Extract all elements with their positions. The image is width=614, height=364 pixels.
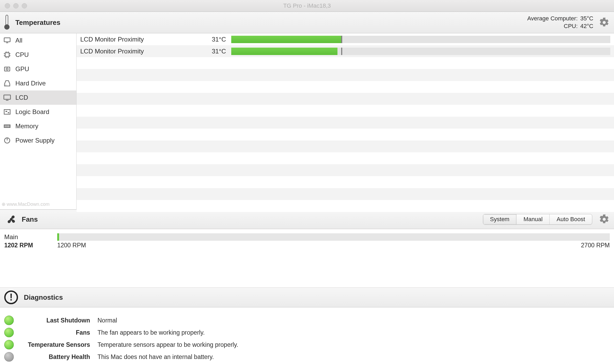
sidebar-item-cpu[interactable]: CPU <box>0 48 76 62</box>
sidebar-item-lcd[interactable]: LCD <box>0 90 76 105</box>
fan-mode-manual[interactable]: Manual <box>517 214 550 224</box>
avg-cpu-label: CPU: <box>564 22 578 30</box>
sidebar-item-power-supply[interactable]: Power Supply <box>0 133 76 148</box>
fan-mode-auto-boost[interactable]: Auto Boost <box>550 214 592 224</box>
gear-icon <box>599 214 609 225</box>
power-icon <box>3 136 12 144</box>
sidebar-item-label: LCD <box>15 94 28 101</box>
svg-rect-0 <box>4 38 10 42</box>
sensor-list: LCD Monitor Proximity 31°C LCD Monitor P… <box>77 33 614 209</box>
category-sidebar: All CPU GPU Hard Drive LCD Logic Board M… <box>0 33 77 209</box>
lcd-icon <box>3 94 12 102</box>
fans-settings-button[interactable] <box>599 214 610 225</box>
svg-point-4 <box>6 68 8 70</box>
svg-rect-1 <box>6 43 8 43</box>
diagnostic-value: Normal <box>97 317 117 324</box>
empty-row <box>77 188 614 200</box>
sidebar-item-label: CPU <box>15 51 29 58</box>
fan-icon <box>4 212 18 226</box>
sensor-row: LCD Monitor Proximity 31°C <box>77 45 614 57</box>
sidebar-item-all[interactable]: All <box>0 33 76 48</box>
diagnostic-value: The fan appears to be working properly. <box>97 329 205 336</box>
temperatures-settings-button[interactable] <box>599 17 610 28</box>
empty-row <box>77 164 614 176</box>
svg-rect-3 <box>5 67 10 71</box>
sensor-bar <box>231 48 610 55</box>
svg-point-5 <box>6 85 6 85</box>
diagnostic-label: Battery Health <box>23 353 90 361</box>
minimize-window-button[interactable] <box>13 3 19 8</box>
close-window-button[interactable] <box>5 3 10 8</box>
temperatures-header: Temperatures Average Computer: 35°C CPU:… <box>0 12 614 33</box>
titlebar: TG Pro - iMac18,3 <box>0 0 614 12</box>
diagnostic-row: Battery Health This Mac does not have an… <box>4 351 610 363</box>
watermark-icon: ⊕ <box>2 201 6 207</box>
sensor-value: 31°C <box>199 36 226 43</box>
avg-computer-value: 35°C <box>580 15 593 22</box>
sidebar-item-label: Logic Board <box>15 108 49 116</box>
fan-name: Main <box>4 233 57 241</box>
sidebar-item-logic-board[interactable]: Logic Board <box>0 105 76 119</box>
diagnostic-value: This Mac does not have an internal batte… <box>97 353 214 361</box>
empty-row <box>77 57 614 69</box>
empty-row <box>77 105 614 117</box>
empty-row <box>77 117 614 129</box>
status-led-icon <box>4 328 14 337</box>
sensor-row: LCD Monitor Proximity 31°C <box>77 33 614 45</box>
fan-mode-segmented-control: System Manual Auto Boost <box>483 214 592 225</box>
gpu-icon <box>3 65 12 73</box>
empty-row <box>77 81 614 93</box>
diagnostic-row: Temperature Sensors Temperature sensors … <box>4 339 610 351</box>
svg-rect-6 <box>4 95 11 99</box>
fan-mode-system[interactable]: System <box>483 214 517 224</box>
fans-header: Fans System Manual Auto Boost <box>0 210 614 229</box>
avg-cpu-value: 42°C <box>580 22 593 30</box>
temperatures-body: All CPU GPU Hard Drive LCD Logic Board M… <box>0 33 614 210</box>
sidebar-item-hard-drive[interactable]: Hard Drive <box>0 76 76 90</box>
display-icon <box>3 37 12 44</box>
svg-rect-8 <box>6 111 7 112</box>
zoom-window-button[interactable] <box>22 3 27 8</box>
fan-bar-fill <box>57 233 59 241</box>
sensor-bar-fill <box>231 36 341 43</box>
diagnostic-row: Last Shutdown Normal <box>4 314 610 326</box>
sidebar-item-label: Memory <box>15 122 38 130</box>
sensor-value: 31°C <box>199 48 226 55</box>
alert-icon: ! <box>4 290 18 304</box>
sensor-bar-fill <box>231 48 337 55</box>
temperatures-heading: Temperatures <box>15 19 60 27</box>
diagnostics-body: Last Shutdown Normal Fans The fan appear… <box>0 307 614 363</box>
sensor-name: LCD Monitor Proximity <box>80 48 199 55</box>
thermometer-icon <box>4 15 10 30</box>
diagnostic-label: Fans <box>23 329 90 336</box>
diagnostics-header: ! Diagnostics <box>0 287 614 307</box>
sidebar-item-gpu[interactable]: GPU <box>0 62 76 76</box>
diagnostic-row: Fans The fan appears to be working prope… <box>4 326 610 339</box>
fans-heading: Fans <box>22 215 38 224</box>
sidebar-item-label: GPU <box>15 65 29 73</box>
board-icon <box>3 108 12 116</box>
sensor-bar <box>231 36 610 43</box>
window-controls <box>5 3 27 8</box>
temperature-averages: Average Computer: 35°C CPU: 42°C <box>527 15 593 30</box>
window-title: TG Pro - iMac18,3 <box>283 2 331 9</box>
empty-row <box>77 200 614 212</box>
fan-rpm-min: 1200 RPM <box>57 242 86 249</box>
diagnostic-value: Temperature sensors appear to be working… <box>97 341 238 348</box>
status-led-icon <box>4 316 14 325</box>
fan-rpm-max: 2700 RPM <box>581 242 610 249</box>
sidebar-item-memory[interactable]: Memory <box>0 119 76 133</box>
status-led-icon <box>4 352 14 362</box>
sensor-bar-tick <box>341 36 342 43</box>
gear-icon <box>599 17 609 28</box>
fans-body: Main 1202 RPM 1200 RPM 2700 RPM <box>0 229 614 287</box>
empty-row <box>77 176 614 188</box>
empty-row <box>77 152 614 164</box>
fan-rpm-current: 1202 RPM <box>4 242 57 249</box>
cpu-icon <box>3 51 12 59</box>
watermark: ⊕ www.MacDown.com <box>0 200 76 209</box>
hdd-icon <box>3 79 12 87</box>
diagnostic-label: Temperature Sensors <box>23 341 90 348</box>
empty-row <box>77 69 614 81</box>
empty-row <box>77 129 614 140</box>
